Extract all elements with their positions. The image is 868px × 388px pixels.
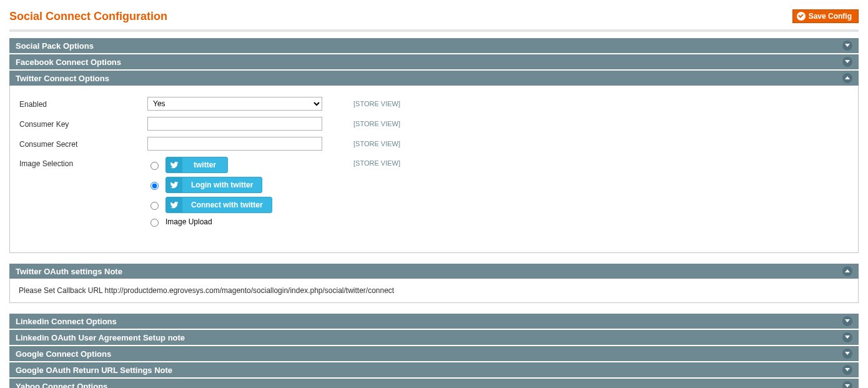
section-linkedin-title: Linkedin Connect Options <box>16 317 117 326</box>
section-twitter-title: Twitter Connect Options <box>16 74 109 83</box>
header-divider <box>9 29 859 32</box>
check-icon <box>797 12 806 21</box>
twitter-button-connect: Connect with twitter <box>165 197 272 213</box>
image-option-4-radio[interactable] <box>150 219 159 227</box>
section-linkedin-note-title: Linkedin OAuth User Agreement Setup note <box>16 333 185 342</box>
section-facebook-title: Facebook Connect Options <box>16 57 121 67</box>
enabled-label: Enabled <box>19 99 147 109</box>
twitter-bird-icon <box>166 197 182 212</box>
image-option-2-radio[interactable] <box>150 182 159 190</box>
section-facebook-header[interactable]: Facebook Connect Options <box>9 54 859 69</box>
section-linkedin-note-header[interactable]: Linkedin OAuth User Agreement Setup note <box>9 330 859 345</box>
twitter-bird-icon <box>166 157 182 172</box>
chevron-down-icon <box>842 57 852 67</box>
enabled-scope: [STORE VIEW] <box>353 100 400 107</box>
twitter-button-small: twitter <box>165 157 228 173</box>
page-title: Social Connect Configuration <box>9 10 167 23</box>
chevron-down-icon <box>842 349 852 359</box>
save-config-label: Save Config <box>809 12 852 21</box>
section-twitter-header[interactable]: Twitter Connect Options <box>9 71 859 86</box>
image-selection-scope: [STORE VIEW] <box>353 157 400 167</box>
consumer-secret-input[interactable] <box>147 137 322 151</box>
section-linkedin-header[interactable]: Linkedin Connect Options <box>9 314 859 329</box>
image-upload-label: Image Upload <box>165 217 212 226</box>
section-google-note-title: Google OAuth Return URL Settings Note <box>16 366 172 375</box>
section-google-title: Google Connect Options <box>16 349 111 359</box>
consumer-key-input[interactable] <box>147 117 322 131</box>
consumer-key-scope: [STORE VIEW] <box>353 120 400 127</box>
twitter-bird-icon <box>166 177 182 192</box>
chevron-down-icon <box>842 41 852 51</box>
section-google-header[interactable]: Google Connect Options <box>9 346 859 361</box>
image-option-1-radio[interactable] <box>150 162 159 170</box>
section-social-pack-header[interactable]: Social Pack Options <box>9 38 859 53</box>
save-config-button[interactable]: Save Config <box>792 9 859 23</box>
twitter-button-small-label: twitter <box>182 157 227 172</box>
section-yahoo-title: Yahoo Connect Options <box>16 382 107 389</box>
section-twitter-note-header[interactable]: Twitter OAuth settings Note <box>9 264 859 279</box>
twitter-button-login-label: Login with twitter <box>182 177 262 192</box>
twitter-button-connect-label: Connect with twitter <box>182 197 272 212</box>
chevron-up-icon <box>842 266 852 276</box>
consumer-secret-scope: [STORE VIEW] <box>353 140 400 147</box>
twitter-button-login: Login with twitter <box>165 177 262 193</box>
consumer-secret-label: Consumer Secret <box>19 139 147 149</box>
chevron-down-icon <box>842 365 852 375</box>
section-twitter-body: Enabled Yes [STORE VIEW] Consumer Key [S… <box>9 86 859 253</box>
section-social-pack-title: Social Pack Options <box>16 41 94 51</box>
enabled-select[interactable]: Yes <box>147 97 322 111</box>
chevron-down-icon <box>842 381 852 388</box>
section-twitter-note-title: Twitter OAuth settings Note <box>16 267 122 276</box>
twitter-note-text: Please Set Callback URL http://productde… <box>9 279 859 303</box>
consumer-key-label: Consumer Key <box>19 119 147 129</box>
section-yahoo-header[interactable]: Yahoo Connect Options <box>9 379 859 388</box>
image-option-3-radio[interactable] <box>150 202 159 210</box>
image-selection-label: Image Selection <box>19 157 147 168</box>
chevron-down-icon <box>842 332 852 342</box>
section-google-note-header[interactable]: Google OAuth Return URL Settings Note <box>9 362 859 377</box>
chevron-down-icon <box>842 316 852 326</box>
chevron-up-icon <box>842 73 852 83</box>
